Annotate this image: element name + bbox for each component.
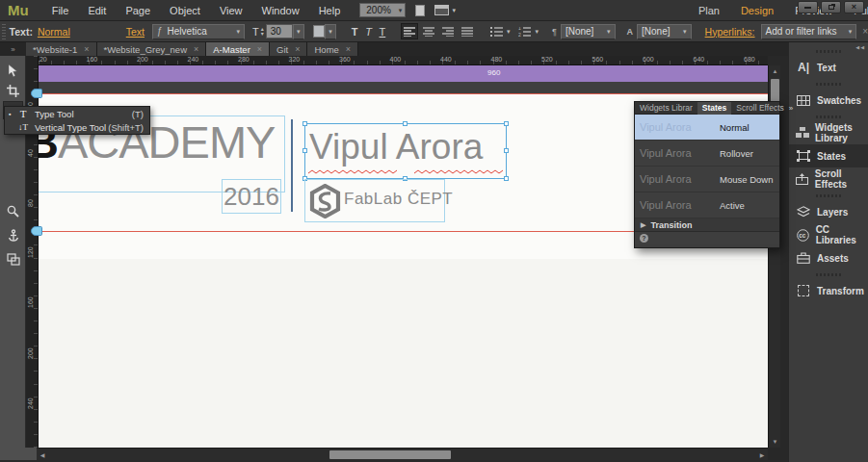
dock-item-scroll-effects[interactable]: Scroll Effects xyxy=(789,167,868,191)
transition-section[interactable]: ▶ Transition xyxy=(635,218,779,232)
state-row-normal[interactable]: Vipul Arora Normal xyxy=(635,115,779,141)
numbered-list-button[interactable]: 12 xyxy=(516,23,534,39)
text-color-swatch[interactable] xyxy=(313,25,325,38)
dock-item-text[interactable]: A| Text xyxy=(789,56,868,79)
dock-item-cc-libraries[interactable]: cc CC Libraries xyxy=(789,223,868,246)
close-button[interactable]: × xyxy=(844,1,864,13)
dock-item-transform[interactable]: Transform xyxy=(789,279,868,302)
font-family-select[interactable]: ƒ Helvetica ▾ xyxy=(152,24,245,39)
zoom-level-select[interactable]: 200% ▾ xyxy=(359,3,406,17)
panel-menu-icon[interactable]: » xyxy=(789,104,797,113)
close-icon[interactable]: × xyxy=(257,44,262,54)
tab-scroll-effects[interactable]: Scroll Effects xyxy=(731,102,788,115)
bold-button[interactable]: T xyxy=(348,26,361,38)
slideshow-tool-button[interactable] xyxy=(3,250,23,269)
tab-widgets-library[interactable]: Widgets Librar xyxy=(635,102,697,115)
year-text-frame[interactable]: 2016 xyxy=(222,179,281,214)
menu-object[interactable]: Object xyxy=(160,0,210,21)
font-size-dropdown[interactable]: ▾ xyxy=(293,24,304,39)
align-right-button[interactable] xyxy=(439,23,457,39)
character-style-select[interactable]: [None] ▾ xyxy=(637,24,692,39)
restore-button[interactable] xyxy=(821,1,841,13)
scroll-down-button[interactable]: ▼ xyxy=(769,436,781,448)
dock-grip[interactable] xyxy=(816,116,841,118)
guide-handle[interactable] xyxy=(31,226,42,236)
underline-button[interactable]: T xyxy=(376,26,389,38)
selection-tool-button[interactable] xyxy=(3,61,23,79)
menu-help[interactable]: Help xyxy=(309,0,351,21)
menu-edit[interactable]: Edit xyxy=(78,0,116,21)
paragraph-style-select[interactable]: [None] ▾ xyxy=(561,24,616,39)
tab-a-master[interactable]: A-Master × xyxy=(206,42,270,56)
state-row-mouse-down[interactable]: Vipul Arora Mouse Down xyxy=(635,167,779,192)
text-style-link[interactable]: Normal xyxy=(38,26,70,38)
close-icon[interactable]: × xyxy=(295,44,300,54)
align-left-button[interactable] xyxy=(401,23,418,39)
bullet-list-button[interactable] xyxy=(487,23,505,39)
text-panel-link[interactable]: Text xyxy=(126,26,145,38)
chevron-down-icon[interactable]: ▾ xyxy=(536,28,539,36)
go-to-page-button[interactable] xyxy=(415,5,425,16)
scroll-up-button[interactable]: ▲ xyxy=(769,65,781,77)
workflow-design[interactable]: Design xyxy=(741,5,774,16)
dock-item-layers[interactable]: Layers xyxy=(789,200,868,223)
state-row-rollover[interactable]: Vipul Arora Rollover xyxy=(635,141,779,167)
menu-item-vertical-type-tool[interactable]: ↓T Vertical Type Tool (Shift+T) xyxy=(5,120,149,134)
panel-grip[interactable] xyxy=(2,24,6,39)
hyperlinks-select[interactable]: Add or filter links ▾ xyxy=(761,24,857,39)
minimize-button[interactable] xyxy=(798,1,818,13)
dock-item-swatches[interactable]: Swatches xyxy=(789,89,868,112)
menu-page[interactable]: Page xyxy=(116,0,160,21)
clear-hyperlink-icon[interactable]: × xyxy=(862,26,868,37)
tab-website-1[interactable]: *Website-1 × xyxy=(26,42,97,56)
help-icon[interactable]: ? xyxy=(640,234,648,243)
name-text[interactable]: Vipul Arora xyxy=(309,127,483,167)
dock-item-states[interactable]: States xyxy=(789,144,868,167)
chevron-down-icon[interactable]: ▾ xyxy=(507,28,511,36)
menu-window[interactable]: Window xyxy=(252,0,309,21)
horizontal-scrollbar[interactable]: ◀ ▶ xyxy=(37,448,768,460)
italic-button[interactable]: T xyxy=(361,26,375,38)
close-icon[interactable]: × xyxy=(84,44,89,54)
align-center-button[interactable] xyxy=(420,23,437,39)
font-size-stepper[interactable]: ▴ ▾ xyxy=(261,27,264,37)
tab-home[interactable]: Home × xyxy=(307,42,358,56)
dock-grip[interactable] xyxy=(816,83,841,86)
hyperlinks-link[interactable]: Hyperlinks: xyxy=(705,26,755,38)
anchor-tool-button[interactable] xyxy=(3,226,23,244)
selection-handle[interactable] xyxy=(504,121,509,126)
close-icon[interactable]: × xyxy=(346,44,351,54)
divider-rule[interactable] xyxy=(291,119,293,212)
selection-handle[interactable] xyxy=(504,176,509,181)
menu-file[interactable]: File xyxy=(42,0,79,21)
state-row-active[interactable]: Vipul Arora Active xyxy=(635,192,779,218)
selection-handle[interactable] xyxy=(403,121,408,126)
font-size-input[interactable]: 30 xyxy=(266,24,293,38)
tab-states[interactable]: States xyxy=(697,102,732,115)
menu-view[interactable]: View xyxy=(210,0,252,21)
tab-git[interactable]: Git × xyxy=(270,42,307,56)
crop-tool-button[interactable] xyxy=(3,82,23,100)
selection-handle[interactable] xyxy=(302,148,307,153)
dock-item-widgets-library[interactable]: Widgets Library xyxy=(789,121,868,144)
zoom-tool-button[interactable] xyxy=(3,202,23,220)
screen-mode-button[interactable]: ▾ xyxy=(434,5,456,15)
collapse-dock-icon[interactable]: ◀◀ xyxy=(855,44,865,50)
dock-grip[interactable] xyxy=(816,50,841,53)
selection-handle[interactable] xyxy=(504,148,509,153)
horizontal-scroll-thumb[interactable] xyxy=(329,450,451,459)
align-justify-button[interactable] xyxy=(459,23,476,39)
tab-website-grey-new[interactable]: *Website_Grey_new × xyxy=(97,42,207,56)
panel-expand-icon[interactable]: » xyxy=(0,42,26,56)
horizontal-ruler[interactable]: 1201602002402803203604004404805205606006… xyxy=(39,56,768,65)
menu-item-type-tool[interactable]: ▪ T Type Tool (T) xyxy=(5,107,149,120)
workflow-plan[interactable]: Plan xyxy=(698,5,720,16)
guide-handle[interactable] xyxy=(31,89,42,98)
text-color-dropdown[interactable]: ▾ xyxy=(325,24,336,39)
top-guide-line[interactable] xyxy=(39,93,768,94)
selection-handle[interactable] xyxy=(302,121,307,126)
dock-grip[interactable] xyxy=(816,273,841,276)
dock-grip[interactable] xyxy=(816,194,841,197)
dock-item-assets[interactable]: Assets xyxy=(789,246,868,270)
close-icon[interactable]: × xyxy=(194,44,198,54)
